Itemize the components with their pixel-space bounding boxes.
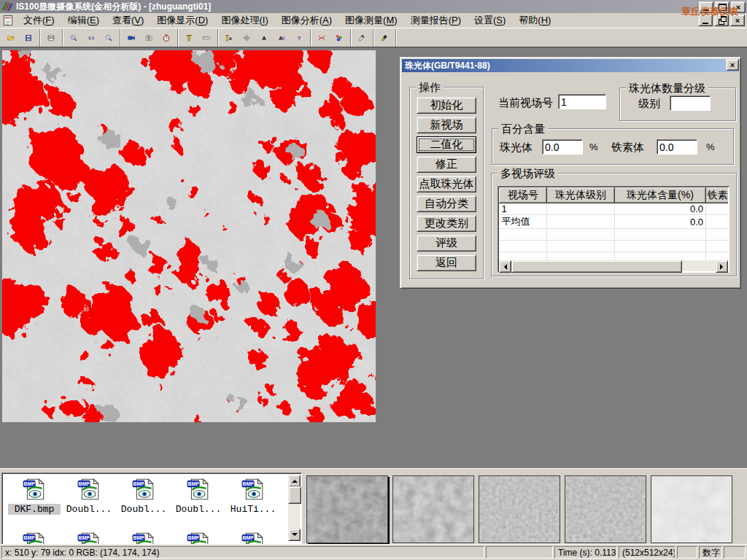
table-row[interactable]	[500, 252, 729, 261]
file-item[interactable]: BMPDoubl...	[63, 478, 115, 515]
file-item[interactable]: BMPDoubl...	[117, 478, 170, 515]
op-button-8[interactable]: 评级	[417, 235, 476, 252]
document-icon[interactable]: DOC	[2, 15, 14, 26]
toolbar-brush-button[interactable]	[376, 30, 393, 46]
thumbnail-1[interactable]	[306, 475, 388, 543]
menu-item-e[interactable]: 编辑(E)	[61, 13, 106, 28]
print-icon	[47, 32, 55, 44]
child-close-button[interactable]: ×	[730, 15, 745, 26]
scrollbar-thumb[interactable]	[511, 260, 682, 273]
toolbar-move-button[interactable]	[238, 30, 255, 46]
file-vertical-scrollbar[interactable]	[288, 475, 300, 541]
maximize-button[interactable]	[715, 1, 729, 13]
current-field-input[interactable]	[558, 94, 606, 109]
toolbar-color-count-button[interactable]: 123	[330, 30, 348, 46]
toolbar-camera-button[interactable]	[140, 30, 158, 46]
scrollbar-track[interactable]	[682, 260, 716, 271]
micrograph[interactable]	[2, 50, 376, 422]
toolbar-zoom-in-button[interactable]	[65, 30, 82, 46]
level-input[interactable]	[670, 96, 711, 111]
op-button-2[interactable]: 新视场	[417, 117, 476, 133]
close-button[interactable]: ×	[731, 1, 746, 13]
thumbnail-3[interactable]	[479, 475, 560, 543]
toolbar-timer-button[interactable]	[158, 30, 175, 46]
bmp-file-icon: BMP	[131, 478, 156, 501]
pearlite-dialog: 珠光体(GB/T9441-88) × 操作 初始化新视场二值化修正点取珠光体自动…	[400, 57, 741, 289]
toolbar-horizontal-ruler-button[interactable]	[198, 30, 215, 46]
thumbnail-5[interactable]	[651, 475, 732, 543]
text-icon: A	[260, 32, 268, 44]
menu-item-p[interactable]: 测量报告(P)	[404, 13, 468, 28]
table-horizontal-scrollbar[interactable]	[499, 260, 728, 271]
thumbnail-2[interactable]	[392, 475, 474, 543]
file-name: Doubl...	[117, 504, 170, 515]
scrollbar-thumb[interactable]	[288, 486, 301, 504]
op-button-1[interactable]: 初始化	[417, 97, 476, 114]
file-item[interactable]: BMPHuiTi...	[227, 478, 279, 515]
op-button-7[interactable]: 更改类别	[417, 215, 476, 232]
ferrite-percent-input[interactable]	[657, 139, 697, 155]
toolbar-text-style-button[interactable]: A	[273, 30, 290, 46]
column-header[interactable]: 珠光体级别	[547, 188, 615, 203]
file-item[interactable]: BMPDoubl...	[172, 478, 225, 515]
child-minimize-button[interactable]	[698, 15, 713, 26]
op-button-4[interactable]: 修正	[417, 156, 476, 173]
dialog-title-bar[interactable]: 珠光体(GB/T9441-88)	[402, 59, 739, 72]
thumbnail-4[interactable]	[565, 475, 646, 543]
table-row[interactable]	[500, 241, 729, 252]
table-row[interactable]: 平均值0.0	[500, 215, 729, 229]
toolbar-zoom-out-button[interactable]	[100, 30, 117, 46]
bmp-file-icon: BMP	[186, 532, 211, 545]
toolbar-vertical-ruler-button[interactable]	[180, 30, 198, 46]
dialog-close-button[interactable]: ×	[726, 59, 739, 71]
op-button-6[interactable]: 自动分类	[417, 195, 476, 212]
table-row[interactable]	[500, 229, 729, 241]
menu-item-s[interactable]: 设置(S)	[468, 13, 512, 28]
toolbar-actual-size-button[interactable]: 1:1	[82, 30, 100, 46]
toolbar-curve-button[interactable]	[313, 30, 330, 46]
toolbar-open-button[interactable]	[2, 30, 20, 46]
bmp-file-icon: BMP	[22, 478, 47, 501]
scroll-up-button[interactable]	[288, 475, 301, 487]
column-header[interactable]: 珠光体含量(%)	[615, 188, 706, 203]
file-item[interactable]: BMP	[63, 532, 115, 545]
toolbar-measure-text-button[interactable]: A	[220, 30, 238, 46]
menu-item-a[interactable]: 图像分析(A)	[275, 13, 338, 28]
toolbar-print-button[interactable]	[42, 30, 60, 46]
file-item[interactable]: BMP	[8, 532, 61, 545]
child-restore-button[interactable]	[714, 15, 729, 26]
table-cell: 0.0	[615, 203, 706, 215]
toolbar-video-camera-button[interactable]	[123, 30, 140, 46]
scroll-left-button[interactable]	[499, 260, 511, 273]
ferrite-unit: %	[706, 141, 715, 152]
file-item[interactable]: BMP	[227, 532, 279, 545]
op-button-5[interactable]: 点取珠光体	[417, 176, 476, 192]
svg-text:A: A	[229, 36, 233, 41]
toolbar-text-button[interactable]: A	[255, 30, 273, 46]
menu-item-f[interactable]: 文件(F)	[17, 13, 61, 28]
minimize-button[interactable]	[699, 1, 713, 13]
scroll-down-button[interactable]	[288, 529, 301, 541]
column-header[interactable]: 铁素体含量(%)	[706, 188, 729, 203]
menu-item-h[interactable]: 帮助(H)	[512, 13, 557, 28]
file-item[interactable]: BMP	[117, 532, 170, 545]
op-button-9[interactable]: 返回	[417, 254, 476, 271]
toolbar-pen-button[interactable]	[353, 30, 371, 46]
column-header[interactable]: 视场号	[500, 188, 547, 203]
table-row[interactable]: 10.0	[500, 203, 729, 215]
file-item[interactable]: BMPDKF.bmp	[8, 478, 61, 515]
menu-item-d[interactable]: 图像显示(D)	[150, 13, 214, 28]
toolbar-group	[178, 29, 218, 47]
toolbar-help-button[interactable]: ?	[290, 30, 308, 46]
scroll-right-button[interactable]	[716, 260, 728, 273]
menu-item-i[interactable]: 图像处理(I)	[214, 13, 274, 28]
toolbar-group	[351, 29, 374, 47]
close-icon: ×	[736, 4, 740, 12]
file-item[interactable]: BMP	[172, 532, 225, 545]
toolbar-save-button[interactable]	[20, 30, 37, 46]
pearlite-percent-input[interactable]	[542, 139, 583, 155]
menu-item-v[interactable]: 查看(V)	[106, 13, 150, 28]
op-button-3[interactable]: 二值化	[417, 136, 476, 153]
app-icon	[1, 1, 13, 12]
menu-item-m[interactable]: 图像测量(M)	[338, 13, 404, 28]
